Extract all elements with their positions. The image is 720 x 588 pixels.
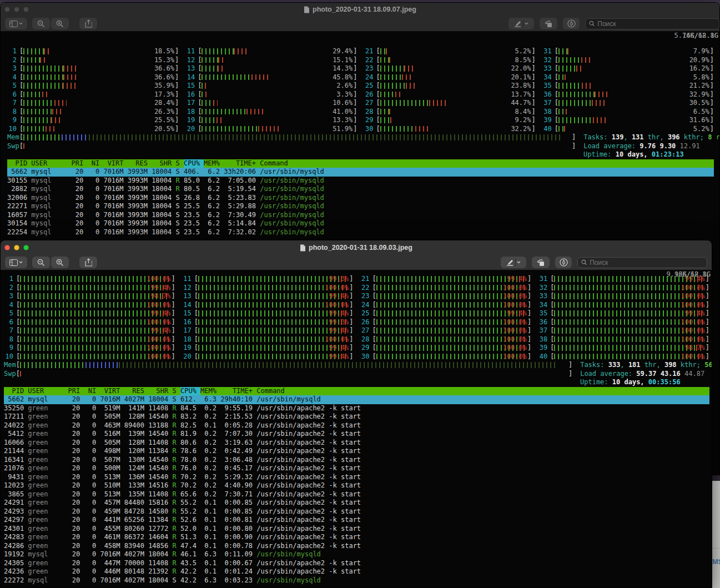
ni-cell: 0 <box>84 499 100 507</box>
cpu-percent: 99.3% <box>329 318 349 327</box>
red-bars <box>390 117 394 123</box>
state-cell: S <box>176 228 184 237</box>
markup-toolbar-button[interactable] <box>563 18 580 29</box>
meter-bars <box>558 74 710 81</box>
red-bars <box>386 48 388 54</box>
sidebar-toggle-button[interactable] <box>5 257 27 268</box>
red-bars <box>218 57 225 63</box>
cpu-percent: 13.7% <box>511 91 531 99</box>
cpu-meter: 39[98.7%] <box>538 344 709 353</box>
ni-cell: 0 <box>84 507 100 516</box>
cpu-percent: 36.6% <box>154 64 174 73</box>
cpu-meter: 35[99.4%] <box>538 309 709 318</box>
pid-cell: 24283 <box>4 533 28 542</box>
ni-cell: 0 <box>84 490 100 499</box>
meter-track: 13.3% <box>202 116 353 125</box>
titlebar[interactable]: photo_2020-01-31 18.09.03.jpeg <box>1 240 712 255</box>
mem-cell: 0.1 <box>200 421 220 430</box>
markup-pen-button[interactable] <box>508 18 534 29</box>
meter-track: 6.5% <box>558 108 710 117</box>
virt-cell: 513M <box>100 490 124 499</box>
shr-cell: 18004 <box>148 395 172 404</box>
mem-cell: 6.2 <box>204 185 224 194</box>
shr-cell: 14856 <box>148 542 172 551</box>
share-button[interactable] <box>79 257 97 268</box>
bracket: ] <box>710 56 714 65</box>
bracket: [ <box>194 344 198 353</box>
ni-cell: 0 <box>88 194 104 203</box>
pid-cell: 5662 <box>7 168 31 177</box>
rotate-left-button[interactable] <box>540 18 557 29</box>
search-field[interactable] <box>585 18 719 29</box>
res-cell: 84480 <box>124 499 148 507</box>
cpu-meter: 38[6.5%] <box>542 108 714 117</box>
search-input[interactable] <box>597 20 716 28</box>
cpu-number: 16 <box>185 91 195 99</box>
time-cell: 5:19.54 <box>224 185 260 194</box>
pid-cell: 30155 <box>7 177 31 185</box>
meter-track: 99.3% <box>198 275 349 284</box>
bracket: ] <box>532 73 536 82</box>
cpu-number: 14 <box>185 73 195 82</box>
meter-bars <box>23 48 175 54</box>
bracket: [ <box>19 91 23 99</box>
meter-track: 99.4% <box>376 309 527 318</box>
green-bars <box>20 345 164 351</box>
res-cell: 141M <box>124 404 148 413</box>
command-cell: /usr/sbin/apache2 -k start <box>256 464 361 473</box>
green-bars <box>20 319 164 325</box>
zoom-out-button[interactable] <box>32 257 50 268</box>
preview-window-front[interactable]: photo_2020-01-31 18.09.03.jpeg <box>0 240 712 588</box>
meter-track: 100.0% <box>20 301 171 310</box>
res-cell: 4027M <box>124 550 148 559</box>
red-bars <box>566 109 568 115</box>
zoom-in-button[interactable] <box>51 257 69 268</box>
ni-cell: 0 <box>84 559 100 568</box>
share-button[interactable] <box>79 18 97 29</box>
bracket: [ <box>19 64 23 73</box>
user-cell: green <box>28 542 68 551</box>
bracket: [ <box>550 301 554 310</box>
cpu-percent: 100.0% <box>325 284 349 293</box>
res-cell: 65256 <box>124 516 148 525</box>
process-row: 17211 green 20 0 505M 128M 14540 R 83.2 … <box>4 413 709 421</box>
titlebar[interactable]: photo_2020-01-31 18.09.07.jpeg <box>1 3 719 16</box>
bracket: ] <box>527 309 531 318</box>
mem-cell: 6.2 <box>204 168 224 177</box>
mem-cell: 0.1 <box>200 542 220 551</box>
cpu-meter: 8[26.3%] <box>7 108 179 117</box>
markup-toolbar-button[interactable] <box>555 257 572 268</box>
command-cell: /usr/sbin/mysqld <box>260 228 324 237</box>
background-window-sliver[interactable]: MS <box>711 481 720 588</box>
bracket: ] <box>172 335 175 344</box>
markup-pen-button[interactable] <box>501 257 526 268</box>
zoom-in-button[interactable] <box>51 18 69 29</box>
sidebar-toggle-button[interactable] <box>5 18 27 29</box>
cpu-number: 4 <box>7 73 17 82</box>
state-cell: S <box>176 219 184 228</box>
search-field[interactable] <box>577 257 707 268</box>
meter-track: 100.0% <box>198 301 349 310</box>
bracket: [ <box>194 335 198 344</box>
mem-cell: 6.2 <box>204 228 224 237</box>
command-cell: /usr/sbin/mysqld <box>260 219 324 228</box>
meter-bars <box>23 57 175 63</box>
cpu-percent: 14.3% <box>333 64 353 73</box>
pid-cell: 24305 <box>4 559 28 568</box>
res-cell: RES <box>124 387 148 396</box>
search-input[interactable] <box>590 259 703 267</box>
cpu-percent: 100.0% <box>503 284 527 293</box>
red-bars <box>44 48 52 54</box>
green-bars <box>20 328 163 334</box>
cpu-percent: 98.7% <box>685 344 705 353</box>
meter-track: 99.4% <box>20 326 171 335</box>
zoom-out-button[interactable] <box>32 18 50 29</box>
virt-cell: 7016M <box>103 211 127 220</box>
meter-bars <box>198 276 349 282</box>
meter-bars <box>20 371 568 377</box>
htop-photo-front[interactable]: 1[100.0%]2[99.4%]3[98.7%]4[100.0%]5[99.4… <box>1 270 712 587</box>
text-segment: 59.37 <box>636 370 660 378</box>
bracket: ] <box>710 116 714 125</box>
rotate-left-button[interactable] <box>532 257 550 268</box>
search-icon <box>581 259 587 265</box>
